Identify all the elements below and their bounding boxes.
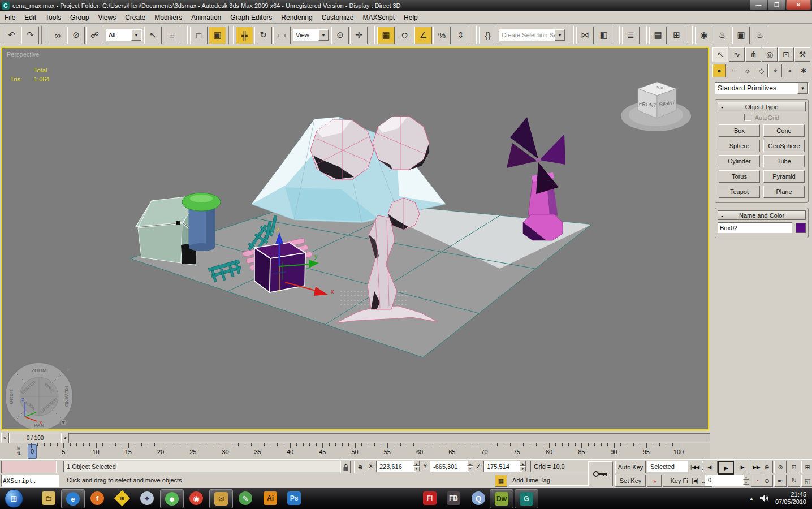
chevron-down-icon[interactable]: ▼ [555, 29, 565, 41]
spinner-down-icon[interactable]: ▼ [520, 466, 526, 471]
autogrid-checkbox[interactable] [744, 114, 751, 121]
restore-button[interactable]: ❐ [768, 0, 785, 10]
select-and-link-button[interactable]: ∞ [49, 27, 66, 44]
rectangular-selection-region-button[interactable]: □ [190, 27, 208, 44]
zoom-extents-all-button[interactable]: ⊞ [801, 461, 812, 473]
key-mode-toggle[interactable]: |◀| [688, 475, 702, 487]
goto-start-button[interactable]: |◀◀ [688, 461, 702, 473]
tab-motion[interactable]: ◎ [762, 47, 778, 62]
menu-create[interactable]: Create [120, 12, 150, 23]
spinner-up-icon[interactable]: ▲ [467, 461, 473, 466]
primitive-category-dropdown[interactable]: Standard Primitives ▼ [715, 82, 809, 94]
menu-rendering[interactable]: Rendering [277, 12, 317, 23]
time-slider-prev-button[interactable]: < [1, 433, 9, 443]
subtab-cameras[interactable]: ◇ [755, 64, 768, 77]
rendered-frame-window-button[interactable]: ▣ [732, 27, 750, 44]
subtab-geometry[interactable]: ● [712, 64, 726, 77]
menu-tools[interactable]: Tools [41, 12, 66, 23]
taskbar-app-3ds-max[interactable]: G [515, 489, 538, 508]
subtab-lights[interactable]: ☼ [741, 64, 754, 77]
taskbar-app-firefox[interactable]: f [86, 489, 109, 507]
layer-manager-button[interactable]: ≣ [622, 27, 640, 44]
bind-to-space-warp-button[interactable]: ☍ [86, 27, 103, 44]
object-name-field[interactable]: Box02 [718, 222, 792, 233]
name-color-rollout-header[interactable]: - Name and Color [718, 210, 806, 220]
set-key-button[interactable]: Set Key [615, 475, 646, 487]
select-object-button[interactable]: ↖ [144, 27, 162, 44]
render-setup-button[interactable]: ♨ [714, 27, 731, 44]
time-slider-next-button[interactable]: > [61, 433, 69, 443]
taskbar-app-ie-tester[interactable]: IE [111, 489, 133, 507]
maxscript-mini-listener[interactable]: AXScript. [1, 475, 59, 487]
arc-rotate-button[interactable]: ↻ [788, 475, 800, 487]
chevron-down-icon[interactable]: ▼ [318, 29, 329, 41]
tab-create[interactable]: ↖ [712, 47, 728, 62]
maximize-viewport-toggle[interactable]: ◱ [801, 475, 812, 487]
track-bar[interactable]: ⌸⇅ 0 51015202530354045505560657075808590… [0, 443, 710, 460]
select-and-move-button[interactable]: ╬ [236, 27, 253, 44]
taskbar-app-safari[interactable]: ✦ [136, 489, 158, 507]
tab-hierarchy[interactable]: ⋔ [745, 47, 761, 62]
tray-clock[interactable]: 21:45 07/05/2010 [775, 491, 806, 506]
select-by-name-button[interactable]: ≡ [163, 27, 180, 44]
next-frame-button[interactable]: |▶ [735, 461, 749, 473]
prev-frame-button[interactable]: ◀| [703, 461, 718, 473]
spinner-snap-toggle[interactable]: ⇕ [452, 27, 469, 44]
create-teapot-button[interactable]: Teapot [719, 186, 760, 198]
tray-expand-icon[interactable]: ▲ [749, 496, 754, 501]
maxscript-mini-recorder[interactable] [1, 461, 57, 473]
quick-render-button[interactable]: ♨ [751, 27, 768, 44]
keyboard-shortcut-override-toggle[interactable] [588, 461, 613, 486]
undo-button[interactable]: ↶ [3, 27, 20, 44]
menu-modifiers[interactable]: Modifiers [150, 12, 187, 23]
taskbar-app-internet-explorer[interactable]: e [61, 489, 85, 508]
subtab-systems[interactable]: ✱ [797, 64, 810, 77]
taskbar-app-flash[interactable]: Fl [418, 489, 441, 507]
taskbar-app-messenger[interactable]: ☻ [160, 489, 184, 508]
tab-utilities[interactable]: ⚒ [794, 47, 810, 62]
select-and-manipulate-button[interactable]: ✛ [350, 27, 368, 44]
taskbar-app-photoshop[interactable]: Ps [283, 489, 305, 507]
y-coord-field[interactable]: -665,301 [430, 461, 469, 472]
z-coord-field[interactable]: 175,514 [483, 461, 522, 472]
named-selection-set-dropdown[interactable]: Create Selection Set▼ [499, 29, 565, 41]
play-button[interactable]: ▶ [718, 461, 734, 475]
selection-lock-toggle[interactable] [340, 461, 351, 473]
create-torus-button[interactable]: Torus [719, 170, 760, 183]
start-button[interactable]: ⊞ [5, 489, 23, 508]
menu-file[interactable]: File [0, 12, 20, 23]
select-and-scale-button[interactable]: ▭ [273, 27, 291, 44]
minimize-button[interactable]: — [750, 0, 767, 10]
taskbar-app-quicktime[interactable]: Q [467, 489, 490, 507]
create-geosphere-button[interactable]: GeoSphere [763, 140, 805, 152]
spinner-down-icon[interactable]: ▼ [413, 466, 420, 471]
spinner-up-icon[interactable]: ▲ [413, 461, 420, 466]
schematic-view-button[interactable]: ⊞ [668, 27, 685, 44]
menu-maxscript[interactable]: MAXScript [358, 12, 399, 23]
menu-views[interactable]: Views [93, 12, 120, 23]
viewcube[interactable]: FRONT RIGHT TOP [621, 82, 691, 131]
field-of-view-button[interactable]: ⊙ [761, 475, 773, 487]
zoom-extents-button[interactable]: ⊡ [788, 461, 800, 473]
taskbar-app-dreamweaver[interactable]: Dw [490, 489, 513, 508]
subtab-space-warps[interactable]: ≈ [783, 64, 796, 77]
time-tag-cube-icon[interactable]: ▦ [495, 475, 507, 487]
object-type-rollout-header[interactable]: - Object Type [718, 102, 806, 111]
object-color-swatch[interactable] [796, 223, 806, 233]
time-slider-handle[interactable]: 0 / 100 [9, 433, 61, 443]
subtab-helpers[interactable]: ⌖ [768, 64, 782, 77]
named-selection-sets-button[interactable]: {} [479, 27, 496, 44]
volume-icon[interactable] [759, 494, 768, 502]
add-time-tag[interactable]: Add Time Tag [509, 475, 591, 486]
zoom-button[interactable]: ⊕ [761, 461, 773, 473]
chevron-down-icon[interactable]: ▼ [131, 29, 141, 41]
align-button[interactable]: ◧ [595, 27, 612, 44]
taskbar-app-windows-live-mail[interactable]: ✉ [209, 489, 233, 508]
tab-modify[interactable]: ∿ [729, 47, 745, 62]
spinner-up-icon[interactable]: ▲ [520, 461, 526, 466]
x-coord-field[interactable]: 223,616 [376, 461, 416, 472]
menu-animation[interactable]: Animation [187, 12, 226, 23]
taskbar-app-illustrator[interactable]: Ai [259, 489, 282, 507]
auto-key-button[interactable]: Auto Key [615, 461, 646, 473]
redo-button[interactable]: ↷ [21, 27, 39, 44]
